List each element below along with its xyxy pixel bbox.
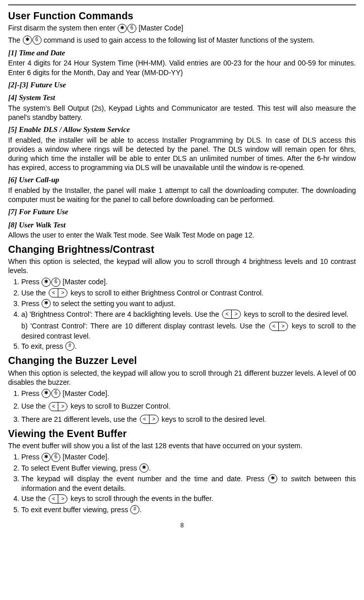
text: Press [21,389,40,397]
page-content: User Function Commands First disarm the … [0,0,364,536]
list-item: Press ✱6 [Master Code]. [21,389,356,398]
p-user-call-up: If enabled by the Installer, the panel w… [8,186,356,204]
p-time-and-date: Enter 4 digits for 24 Hour System Time (… [8,58,356,77]
key-star-icon: ✱ [268,474,277,483]
page-number: 8 [8,522,356,530]
text: [Master Code]. [63,389,110,397]
heading-enable-dls: [5] Enable DLS / Allow System Service [8,125,356,135]
text: . [75,342,77,350]
top-rule [8,4,356,6]
text: . [149,464,151,472]
arrow-left-icon: < [270,322,278,330]
text: keys to scroll through the events in the… [70,494,213,503]
arrow-left-icon: < [140,415,149,423]
list-item: Use the <> keys to scroll to either Brig… [21,288,356,298]
key-star-icon: ✱ [42,278,51,287]
text: . [140,506,142,514]
text: b) 'Contrast Control': There are 10 diff… [21,322,265,330]
arrow-left-icon: < [49,495,58,503]
text: keys to scroll to the desired level. [162,415,266,423]
key-6-icon: 6 [51,278,60,287]
p-disarm: First disarm the system then enter ✱6 [M… [8,23,356,33]
list-buzzer: Press ✱6 [Master Code]. Use the <> keys … [8,389,356,424]
list-item: To select Event Buffer viewing, press ✱. [21,463,356,473]
heading-for-future-use: [7] For Future Use [8,207,356,217]
p-brightness-intro: When this option is selected, the keypad… [8,257,356,275]
arrow-left-icon: < [49,289,58,297]
text: The keypad will display the event number… [21,475,265,483]
text: [Master Code]. [63,453,110,461]
text: Use the [21,402,46,410]
text: There are 21 different levels, use the [21,415,137,423]
text: [Master Code] [138,24,183,32]
list-item: Press ✱6 [Master Code]. [21,452,356,462]
arrow-keys-icon: <> [140,415,159,424]
key-star-icon: ✱ [42,299,51,308]
arrow-keys-icon: <> [49,288,67,297]
heading-user-walk-test: [8] User Walk Test [8,220,356,230]
heading-system-test: [4] System Test [8,93,356,103]
arrow-keys-icon: <> [222,310,241,319]
arrow-left-icon: < [49,403,58,411]
sub-item: b) 'Contrast Control': There are 10 diff… [21,321,356,340]
text: Press [21,299,40,308]
text: to select the setting you want to adjust… [53,299,175,308]
list-brightness: Press ✱6 [Master code]. Use the <> keys … [8,277,356,351]
list-item: Use the <> keys to scroll through the ev… [21,494,356,504]
key-6-icon: 6 [51,389,60,398]
list-item: To exit event buffer viewing, press #. [21,505,356,515]
list-item: There are 21 different levels, use the <… [21,415,356,424]
list-item: To exit, press #. [21,342,356,351]
list-item: Press ✱6 [Master code]. [21,277,356,287]
heading-user-call-up: [6] User Call-up [8,175,356,185]
key-6-icon: 6 [32,36,42,45]
key-star-icon: ✱ [23,36,32,45]
text: keys to scroll to either Brightness Cont… [70,289,264,297]
arrow-right-icon: > [58,289,67,297]
arrow-right-icon: > [150,415,158,423]
heading-event-buffer: Viewing the Event Buffer [8,427,356,440]
key-6-icon: 6 [51,453,60,462]
list-item: Use the <> keys to scroll to Buzzer Cont… [21,402,356,411]
text: Use the [21,289,46,297]
list-item: The keypad will display the event number… [21,474,356,493]
arrow-left-icon: < [223,310,231,318]
heading-time-and-date: [1] Time and Date [8,48,356,58]
heading-brightness-contrast: Changing Brightness/Contrast [8,243,356,256]
list-item: a) 'Brightness Control': There are 4 bac… [21,310,356,341]
heading-future-use-2-3: [2]-[3] Future Use [8,80,356,90]
list-item: Press ✱ to select the setting you want t… [21,299,356,309]
p-system-test: The system's Bell Output (2s), Keypad Li… [8,104,356,122]
arrow-right-icon: > [58,495,67,503]
text: keys to scroll to the desired level. [244,310,348,318]
key-6-icon: 6 [127,24,136,33]
p-user-walk-test: Allows the user to enter the Walk Test m… [8,230,356,240]
key-star-icon: ✱ [118,24,127,33]
text: To exit event buffer viewing, press [21,506,128,514]
text: Press [21,453,40,461]
text: The [8,36,20,44]
text: Press [21,278,40,286]
list-event: Press ✱6 [Master Code]. To select Event … [8,452,356,515]
text: First disarm the system then enter [8,24,116,32]
key-hash-icon: # [130,505,139,514]
arrow-keys-icon: <> [49,494,67,504]
text: To select Event Buffer viewing, press [21,464,137,472]
heading-user-function-commands: User Function Commands [8,10,356,22]
p-buzzer-intro: When this option is selected, the keypad… [8,369,356,387]
key-hash-icon: # [65,342,75,351]
key-star-icon: ✱ [42,453,51,462]
heading-buzzer-level: Changing the Buzzer Level [8,354,356,367]
arrow-right-icon: > [232,310,240,318]
arrow-right-icon: > [58,403,67,411]
text: Use the [21,494,46,503]
text: a) 'Brightness Control': There are 4 bac… [21,310,219,318]
p-command: The ✱6 command is used to gain access to… [8,36,356,45]
arrow-keys-icon: <> [49,402,67,411]
text: command is used to gain access to the fo… [44,36,315,44]
text: To exit, press [21,342,63,350]
key-star-icon: ✱ [139,463,149,473]
arrow-right-icon: > [279,322,287,330]
text: [Master code]. [63,278,108,286]
text: keys to scroll to Buzzer Control. [70,402,170,410]
